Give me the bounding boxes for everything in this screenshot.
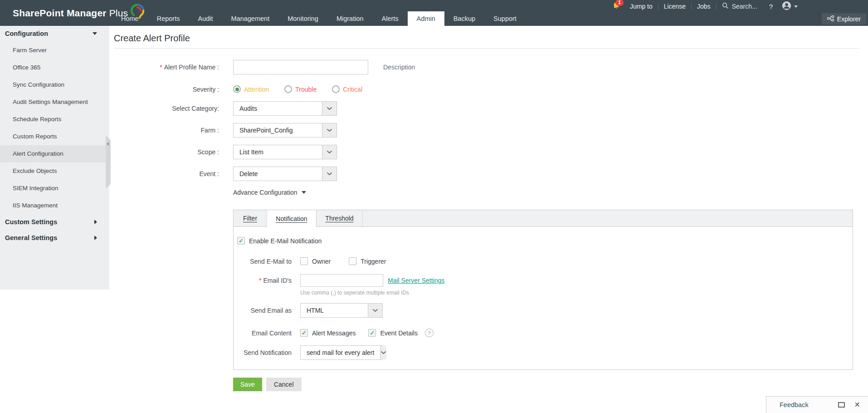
sidebar-item-farm-server[interactable]: Farm Server <box>0 42 109 59</box>
license-link[interactable]: License <box>658 3 691 10</box>
nav-audit[interactable]: Audit <box>189 11 222 26</box>
event-details-label: Event Details <box>380 329 417 337</box>
nav-management[interactable]: Management <box>222 11 279 26</box>
scope-value: List Item <box>234 145 322 159</box>
nav-alerts[interactable]: Alerts <box>373 11 408 26</box>
utility-bar: 1 Jump to License Jobs Search... ? <box>612 0 798 13</box>
avatar-icon <box>782 1 791 12</box>
bell-badge: 1 <box>615 0 624 6</box>
jump-to-link[interactable]: Jump to <box>624 3 658 10</box>
page-title: Create Alert Profile <box>114 33 868 44</box>
sidebar-item-office-365[interactable]: Office 365 <box>0 59 109 76</box>
sidebar-item-siem-integration[interactable]: SIEM Integration <box>0 180 109 197</box>
nav-monitoring[interactable]: Monitoring <box>278 11 327 26</box>
severity-option-attention[interactable]: Attention <box>233 85 269 93</box>
radio-trouble[interactable] <box>284 85 292 93</box>
radio-attention[interactable] <box>233 85 241 93</box>
chevron-down-icon[interactable] <box>322 167 336 181</box>
sidebar-item-schedule-reports[interactable]: Schedule Reports <box>0 111 109 128</box>
enable-email-checkbox[interactable] <box>237 237 245 245</box>
sidebar-item-iis-management[interactable]: IIS Management <box>0 197 109 214</box>
owner-checkbox[interactable] <box>300 257 308 265</box>
send-email-as-value: HTML <box>301 304 368 317</box>
main-nav: Home Reports Audit Management Monitoring… <box>112 11 526 26</box>
nav-reports[interactable]: Reports <box>148 11 189 26</box>
category-select[interactable]: Audits <box>233 101 337 116</box>
cancel-button[interactable]: Cancel <box>266 378 302 391</box>
event-select[interactable]: Delete <box>233 167 337 181</box>
feedback-label[interactable]: Feedback <box>780 401 838 408</box>
description-label: Description <box>383 64 415 71</box>
search-control[interactable]: Search... <box>717 2 763 10</box>
radio-critical[interactable] <box>332 85 340 93</box>
nav-home[interactable]: Home <box>112 11 148 26</box>
jobs-link[interactable]: Jobs <box>692 3 716 10</box>
send-email-as-label: Send Email as <box>234 307 292 314</box>
notification-bell-icon[interactable]: 1 <box>612 2 620 11</box>
chevron-down-icon[interactable] <box>380 346 386 359</box>
send-email-to-label: Send E-Mail to <box>234 258 292 265</box>
sidebar-item-sync-configuration[interactable]: Sync Configuration <box>0 76 109 93</box>
title-divider <box>114 48 859 49</box>
farm-select[interactable]: SharePoint_Config <box>233 123 337 138</box>
search-label: Search... <box>732 3 757 10</box>
scope-select[interactable]: List Item <box>233 145 337 159</box>
required-asterisk: * <box>259 277 261 284</box>
send-notification-label: Send Notification <box>234 349 292 356</box>
email-ids-label: *Email ID's <box>234 277 292 284</box>
tab-panel-row: Filter Notification Threshold Enable E-M… <box>114 210 868 370</box>
nav-admin[interactable]: Admin <box>408 11 444 26</box>
feedback-widget: Feedback ✕ <box>766 396 868 413</box>
close-icon[interactable]: ✕ <box>854 401 860 408</box>
save-button[interactable]: Save <box>233 378 262 391</box>
send-notification-select[interactable]: send mail for every alert <box>300 345 383 360</box>
sidebar-collapse-handle[interactable] <box>106 135 111 189</box>
tab-notification[interactable]: Notification <box>267 210 317 227</box>
tab-filter[interactable]: Filter <box>234 210 267 226</box>
chevron-down-icon[interactable] <box>368 304 382 317</box>
nav-migration[interactable]: Migration <box>327 11 373 26</box>
chevron-down-icon <box>302 191 306 194</box>
send-email-as-select[interactable]: HTML <box>300 303 383 318</box>
chevron-right-icon <box>94 236 97 240</box>
category-label: Select Category: <box>114 105 219 112</box>
sidebar-item-audit-settings-management[interactable]: Audit Settings Management <box>0 93 109 111</box>
triggerer-checkbox[interactable] <box>349 257 356 265</box>
owner-label: Owner <box>312 258 331 265</box>
sidebar-section-custom-settings[interactable]: Custom Settings <box>0 214 109 230</box>
severity-option-critical[interactable]: Critical <box>332 85 362 93</box>
nav-support[interactable]: Support <box>484 11 526 26</box>
user-menu[interactable] <box>779 1 798 12</box>
help-button[interactable]: ? <box>763 3 779 10</box>
category-value: Audits <box>234 102 322 115</box>
chevron-down-icon[interactable] <box>322 102 336 115</box>
alert-profile-name-row: *Alert Profile Name : Description <box>114 60 868 74</box>
alert-profile-name-input[interactable] <box>233 60 368 74</box>
enable-email-row: Enable E-Mail Notification <box>234 237 853 245</box>
sidebar-item-custom-reports[interactable]: Custom Reports <box>0 128 109 145</box>
alert-messages-checkbox[interactable] <box>300 329 308 337</box>
explorer-button[interactable]: Explorer <box>822 13 866 25</box>
chevron-down-icon[interactable] <box>322 123 336 137</box>
sidebar-section-general-settings[interactable]: General Settings <box>0 230 109 246</box>
send-email-as-row: Send Email as HTML <box>234 303 853 318</box>
sidebar-item-alert-configuration[interactable]: Alert Configuration <box>0 145 109 162</box>
mail-server-settings-link[interactable]: Mail Server Settings <box>388 277 444 284</box>
event-details-checkbox[interactable] <box>368 329 376 337</box>
chevron-down-icon[interactable] <box>322 145 336 159</box>
nav-backup[interactable]: Backup <box>444 11 484 26</box>
top-header: SharePoint ManagerPlus Home Reports Audi… <box>0 0 868 26</box>
severity-option-trouble[interactable]: Trouble <box>284 85 317 93</box>
form-buttons-row: Save Cancel <box>114 378 868 391</box>
advance-configuration-toggle[interactable]: Advance Configuration <box>233 189 306 196</box>
help-circle-icon[interactable]: ? <box>425 329 434 337</box>
severity-row: Severity : Attention Trouble Critical <box>114 85 868 93</box>
email-ids-input[interactable] <box>300 274 383 287</box>
sidebar-section-configuration[interactable]: Configuration <box>0 26 109 42</box>
tab-threshold[interactable]: Threshold <box>317 210 363 226</box>
maximize-icon[interactable] <box>838 402 845 408</box>
sidebar-item-exclude-objects[interactable]: Exclude Objects <box>0 162 109 180</box>
severity-option-label: Critical <box>343 86 362 93</box>
farm-value: SharePoint_Config <box>234 123 322 137</box>
email-content-row: Email Content Alert Messages Event Detai… <box>234 329 853 337</box>
